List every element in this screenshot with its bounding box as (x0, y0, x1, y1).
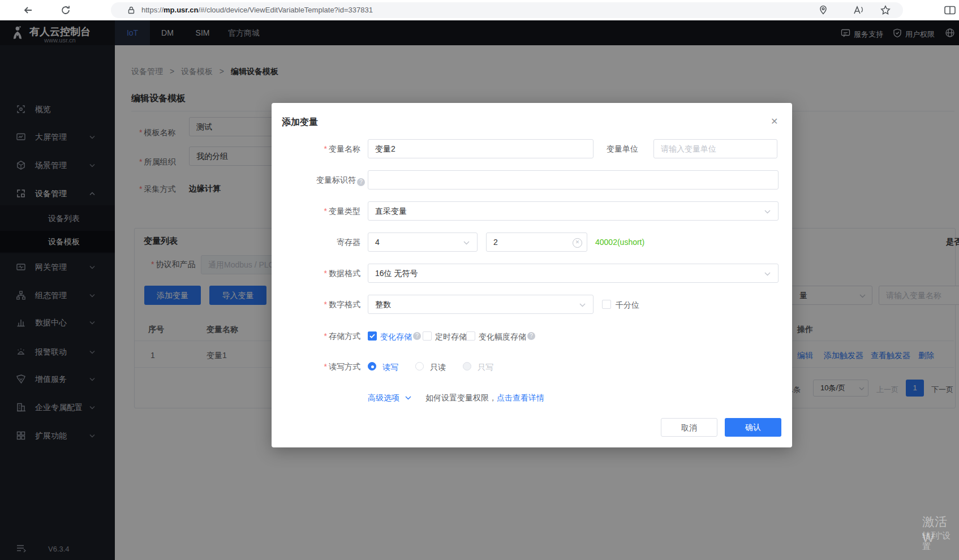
writeonly-radio (463, 362, 471, 371)
thousands-checkbox[interactable] (602, 300, 611, 309)
back-icon[interactable] (23, 5, 34, 16)
refresh-icon[interactable] (60, 5, 71, 16)
readwrite-radio[interactable] (368, 362, 376, 371)
amplitude-storage-checkbox[interactable] (466, 331, 475, 341)
help-icon[interactable]: ? (527, 332, 535, 340)
number-format-select[interactable]: 整数 (368, 295, 594, 314)
chevron-down-icon (463, 241, 470, 245)
help-icon[interactable]: ? (357, 178, 365, 186)
variable-name-label: *变量名称 (281, 144, 360, 154)
add-variable-dialog: 添加变量 ✕ *变量名称 变量2 变量单位 请输入变量单位 变量标识符? *变量… (272, 103, 792, 447)
favorite-star-icon[interactable] (880, 5, 891, 16)
location-pin-icon[interactable] (818, 5, 829, 16)
variable-unit-label: 变量单位 (583, 144, 638, 154)
amplitude-storage-label[interactable]: 变化幅度存储 (479, 332, 526, 342)
change-storage-label[interactable]: 变化存储 (380, 332, 412, 342)
register-area-select[interactable]: 4 (368, 232, 478, 252)
change-storage-checkbox[interactable] (368, 331, 377, 341)
permission-hint: 如何设置变量权限，点击查看详情 (425, 393, 544, 403)
writeonly-option-label: 只写 (478, 363, 493, 373)
readwrite-label: *读写方式 (281, 362, 360, 372)
readonly-radio[interactable] (415, 362, 424, 371)
windows-activation-watermark-line2: 转到"设置 (922, 531, 959, 552)
variable-identifier-input[interactable] (368, 170, 779, 189)
browser-chrome: https://mp.usr.cn/#/cloud/device/ViewEdi… (0, 0, 959, 20)
url-path: /#/cloud/device/ViewEditVariableTemplate… (198, 6, 372, 14)
variable-unit-input[interactable]: 请输入变量单位 (653, 139, 777, 158)
url-text[interactable]: https://mp.usr.cn/#/cloud/device/ViewEdi… (141, 6, 373, 14)
url-scheme: https:// (141, 6, 164, 14)
chevron-down-icon (764, 272, 771, 276)
variable-type-select[interactable]: 直采变量 (368, 201, 779, 221)
dialog-title: 添加变量 (282, 117, 318, 128)
close-icon[interactable]: ✕ (771, 116, 778, 127)
split-screen-icon[interactable] (944, 5, 956, 16)
confirm-button[interactable]: 确认 (725, 418, 781, 437)
readwrite-option-label[interactable]: 读写 (382, 363, 398, 373)
clear-icon[interactable]: ✕ (573, 238, 582, 248)
thousands-label: 千分位 (616, 300, 639, 311)
readonly-option-label[interactable]: 只读 (430, 363, 446, 373)
number-format-label: *数字格式 (281, 300, 360, 310)
timed-storage-checkbox[interactable] (423, 331, 432, 341)
register-hint: 40002(ushort) (595, 238, 644, 247)
variable-type-label: *变量类型 (281, 206, 360, 217)
advanced-options-toggle[interactable]: 高级选项 (368, 393, 411, 403)
read-aloud-icon[interactable] (852, 5, 865, 16)
chevron-down-icon (579, 303, 586, 307)
help-icon[interactable]: ? (413, 332, 421, 340)
timed-storage-label[interactable]: 定时存储 (435, 332, 467, 342)
url-host: mp.usr.cn (164, 6, 198, 14)
storage-label: *存储方式 (281, 331, 360, 342)
register-label: 寄存器 (281, 238, 360, 248)
data-format-select[interactable]: 16位 无符号 (368, 264, 779, 283)
view-details-link[interactable]: 点击查看详情 (497, 393, 544, 402)
chevron-down-icon (405, 396, 411, 400)
screen: https://mp.usr.cn/#/cloud/device/ViewEdi… (0, 0, 959, 560)
variable-name-input[interactable]: 变量2 (368, 139, 594, 158)
lock-icon (127, 6, 136, 15)
variable-identifier-label: 变量标识符? (281, 175, 365, 186)
chevron-down-icon (764, 210, 771, 214)
data-format-label: *数据格式 (281, 269, 360, 279)
cancel-button[interactable]: 取消 (661, 418, 717, 437)
register-address-input[interactable]: 2 ✕ (486, 232, 587, 252)
